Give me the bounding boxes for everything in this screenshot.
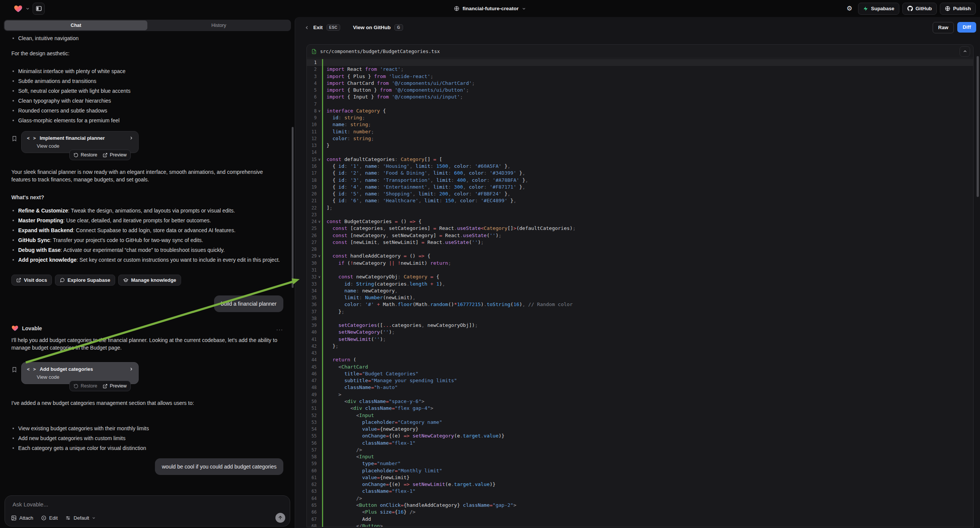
fold-spacer xyxy=(317,322,322,329)
collapse-file-button[interactable] xyxy=(959,46,970,57)
list-item: Minimalist interface with plenty of whit… xyxy=(11,66,283,76)
fold-toggle-icon[interactable]: ∨ xyxy=(317,108,322,115)
chat-scroll-area[interactable]: Clean, intuitive navigation For the desi… xyxy=(0,33,292,493)
publish-globe-icon xyxy=(945,6,950,11)
fold-toggle-icon[interactable]: ∨ xyxy=(317,274,322,280)
manage-knowledge-button[interactable]: Manage knowledge xyxy=(118,275,181,286)
gear-icon: ⚙ xyxy=(846,5,852,12)
diff-added-gutter-bar xyxy=(322,329,323,336)
code-line: 27 const [newLimit, setNewLimit] = React… xyxy=(307,239,973,246)
fold-spacer xyxy=(317,405,322,412)
fold-spacer xyxy=(317,453,322,460)
fold-spacer xyxy=(317,225,322,232)
code-line: 68 </Button> xyxy=(307,523,973,527)
project-switcher[interactable]: financial-future-creator xyxy=(0,0,980,17)
project-chevron-down-icon xyxy=(522,6,526,11)
chat-scrollbar-thumb[interactable] xyxy=(292,127,294,288)
bookmark-icon[interactable] xyxy=(11,135,18,142)
diff-added-gutter-bar xyxy=(322,509,323,515)
code-editor[interactable]: 12import React from 'react';3import { Pl… xyxy=(307,58,973,527)
restore-button[interactable]: Restore xyxy=(73,152,97,157)
diff-added-gutter-bar xyxy=(322,129,323,135)
raw-toggle-button[interactable]: Raw xyxy=(933,22,954,33)
exit-button[interactable]: Exit xyxy=(313,25,323,30)
chevron-right-icon[interactable] xyxy=(129,367,134,372)
diff-added-gutter-bar xyxy=(322,488,323,495)
version-card-add-budget-categories[interactable]: < > Add budget categories View code Rest… xyxy=(21,362,138,384)
diff-added-gutter-bar xyxy=(322,371,323,377)
diff-added-gutter-bar xyxy=(322,108,323,115)
fold-spacer xyxy=(317,87,322,94)
settings-gear-button[interactable]: ⚙ xyxy=(844,3,855,14)
explore-supabase-button[interactable]: Explore Supabase xyxy=(55,275,115,286)
mode-select[interactable]: Default xyxy=(65,515,96,521)
diff-toggle-button[interactable]: Diff xyxy=(957,22,976,33)
diff-added-gutter-bar xyxy=(322,59,323,66)
window-scrollbar-thumb[interactable] xyxy=(977,56,979,197)
restore-button-disabled[interactable]: Restore xyxy=(73,383,97,389)
list-item: Each category gets a unique color for vi… xyxy=(11,443,283,453)
code-line: 41 setNewLimit(''); xyxy=(307,336,973,343)
file-added-icon xyxy=(312,49,317,54)
fold-spacer xyxy=(317,170,322,177)
code-line: 34 name: newCategory, xyxy=(307,288,973,294)
code-line: 53 placeholder="Category name" xyxy=(307,419,973,426)
preview-button[interactable]: Preview xyxy=(103,383,127,389)
edit-label: Edit xyxy=(49,515,57,521)
tab-chat[interactable]: Chat xyxy=(5,21,147,30)
visit-docs-button[interactable]: Visit docs xyxy=(11,275,52,286)
view-code-link[interactable]: View code xyxy=(37,143,134,149)
edit-button[interactable]: Edit xyxy=(41,515,57,521)
send-button[interactable] xyxy=(275,513,285,523)
diff-added-gutter-bar xyxy=(322,184,323,191)
fold-spacer xyxy=(317,288,322,294)
supabase-bolt-icon xyxy=(863,6,868,11)
diff-added-gutter-bar xyxy=(322,384,323,391)
diff-added-gutter-bar xyxy=(322,239,323,246)
diff-added-gutter-bar xyxy=(322,142,323,149)
diff-added-gutter-bar xyxy=(322,170,323,177)
sliders-icon xyxy=(65,515,71,521)
code-line: 13} xyxy=(307,142,973,149)
supabase-button[interactable]: Supabase xyxy=(858,3,899,15)
diff-added-gutter-bar xyxy=(322,94,323,100)
chevron-left-icon[interactable] xyxy=(304,25,310,30)
attach-button[interactable]: Attach xyxy=(11,515,33,521)
file-header[interactable]: src/components/budget/BudgetCategories.t… xyxy=(307,45,973,58)
restore-label: Restore xyxy=(81,383,97,389)
code-line: 65 <Button onClick={handleAddCategory} c… xyxy=(307,502,973,509)
bookmark-icon[interactable] xyxy=(11,367,18,373)
fold-spacer xyxy=(317,371,322,377)
view-on-github-button[interactable]: View on GitHub xyxy=(353,25,391,30)
fold-spacer xyxy=(317,246,322,253)
fold-spacer xyxy=(317,474,322,481)
view-code-link[interactable]: View code xyxy=(37,374,134,380)
github-label: GitHub xyxy=(916,6,932,11)
code-line: 12 color: string; xyxy=(307,135,973,142)
fold-toggle-icon[interactable]: ∨ xyxy=(317,218,322,225)
github-button[interactable]: GitHub xyxy=(902,3,937,15)
diff-added-gutter-bar xyxy=(322,516,323,523)
fold-toggle-icon[interactable]: ∨ xyxy=(317,156,322,163)
code-line: 7 xyxy=(307,101,973,108)
publish-button[interactable]: Publish xyxy=(940,3,976,15)
code-line: 59 type="number" xyxy=(307,460,973,467)
code-line: 32∨ const newCategoryObj: Category = { xyxy=(307,274,973,280)
version-card-implement-financial-planner[interactable]: < > Implement financial planner View cod… xyxy=(21,131,138,153)
tab-history[interactable]: History xyxy=(147,21,290,30)
code-line: 67 Add xyxy=(307,516,973,523)
diff-added-gutter-bar xyxy=(322,66,323,73)
assistant-message-header: Lovable ... xyxy=(11,324,283,332)
fold-spacer xyxy=(317,398,322,405)
preview-label: Preview xyxy=(110,152,127,157)
fold-spacer xyxy=(317,267,322,274)
code-line: 64 /> xyxy=(307,495,973,502)
diff-added-gutter-bar xyxy=(322,288,323,294)
code-line: 54 value={newCategory} xyxy=(307,426,973,433)
fold-toggle-icon[interactable]: ∨ xyxy=(317,253,322,259)
message-menu-button[interactable]: ... xyxy=(276,325,283,331)
chevron-right-icon[interactable] xyxy=(129,135,134,140)
preview-button[interactable]: Preview xyxy=(103,152,127,157)
fold-spacer xyxy=(317,94,322,100)
code-line: 31 xyxy=(307,267,973,274)
